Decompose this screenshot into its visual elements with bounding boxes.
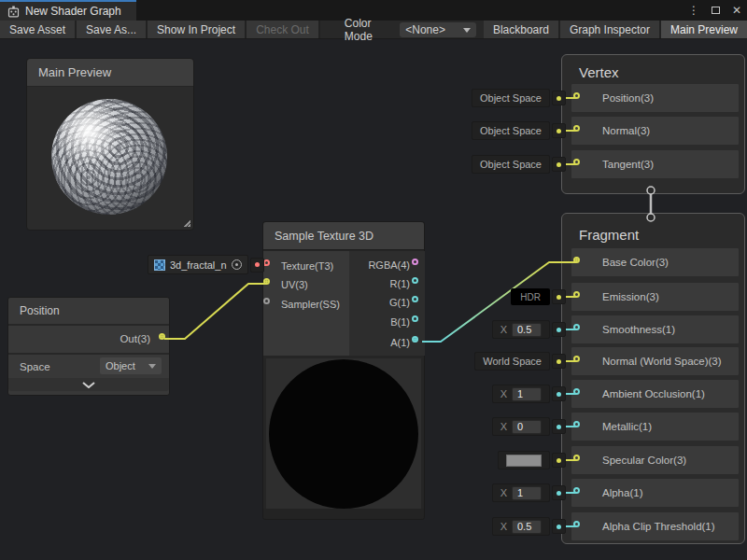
row-label: Emission(3): [602, 291, 659, 302]
save-as-button[interactable]: Save As...: [77, 21, 148, 38]
position-node[interactable]: Position Out(3) Space Object: [7, 297, 170, 396]
row-label: Specular Color(3): [602, 455, 686, 466]
pill-ao-value[interactable]: X1: [492, 385, 566, 403]
main-preview-title: Main Preview: [38, 65, 111, 79]
chevron-down-icon: [82, 382, 95, 388]
port-rgba-output[interactable]: [412, 259, 418, 265]
hdr-badge[interactable]: HDR: [511, 288, 550, 305]
port-a-output[interactable]: [412, 336, 418, 343]
output-r-label: R(1): [349, 278, 410, 289]
port-base-color[interactable]: [573, 257, 580, 263]
resize-grip[interactable]: [183, 219, 190, 227]
vertex-row-tangent[interactable]: Tangent(3): [571, 150, 739, 178]
tab-new-shader-graph[interactable]: New Shader Graph: [0, 0, 136, 21]
value-field[interactable]: 0.5: [512, 323, 542, 337]
port-uv-input[interactable]: [263, 278, 270, 285]
menu-icon[interactable]: ⋮: [688, 5, 699, 16]
value-field[interactable]: 1: [512, 387, 542, 401]
pill-position-space[interactable]: Object Space: [472, 89, 566, 107]
pill-dot: [552, 354, 566, 369]
pill-dot: [552, 289, 566, 304]
main-preview-button[interactable]: Main Preview: [661, 21, 747, 38]
fragment-row-normal-ws[interactable]: Normal (World Space)(3): [571, 347, 739, 375]
object-picker-icon[interactable]: [232, 259, 242, 270]
pill-specular-swatch[interactable]: [498, 451, 566, 469]
fragment-row-alpha[interactable]: Alpha(1): [571, 479, 739, 507]
color-mode-dropdown[interactable]: <None>: [400, 22, 476, 37]
row-label: Base Color(3): [602, 257, 669, 268]
pill-alpha-clip-value[interactable]: X0.5: [492, 517, 566, 536]
main-preview-panel[interactable]: Main Preview: [26, 58, 194, 231]
vertex-row-normal[interactable]: Normal(3): [571, 117, 739, 145]
maximize-icon[interactable]: [712, 7, 720, 14]
space-pill-label[interactable]: Object Space: [472, 89, 550, 107]
save-asset-button[interactable]: Save Asset: [0, 21, 77, 38]
close-icon[interactable]: ✕: [732, 5, 741, 16]
texture-3d-icon: [154, 259, 165, 271]
port-b-output[interactable]: [412, 315, 418, 322]
port-texture-input[interactable]: [263, 259, 270, 266]
port-smoothness[interactable]: [573, 324, 580, 330]
space-dropdown[interactable]: Object: [100, 357, 162, 374]
tab-title: New Shader Graph: [25, 5, 121, 18]
texture-name: 3d_fractal_n: [170, 259, 227, 271]
fragment-row-base-color[interactable]: Base Color(3): [571, 248, 739, 276]
port-vertex-normal[interactable]: [573, 125, 580, 132]
pill-normal-ws-space[interactable]: World Space: [474, 352, 566, 371]
edge-position-to-uv[interactable]: [164, 284, 267, 339]
port-vertex-tangent[interactable]: [573, 159, 580, 165]
graph-inspector-button[interactable]: Graph Inspector: [560, 21, 661, 38]
blackboard-button[interactable]: Blackboard: [484, 21, 560, 38]
value-field[interactable]: 0: [512, 420, 542, 434]
output-rgba-label: RGBA(4): [349, 259, 410, 271]
fragment-row-specular-color[interactable]: Specular Color(3): [571, 446, 739, 474]
port-r-output[interactable]: [412, 277, 418, 284]
row-label: Ambient Occlusion(1): [602, 388, 705, 399]
show-in-project-button[interactable]: Show In Project: [148, 21, 247, 38]
node-preview-collapse-strip[interactable]: [263, 509, 424, 519]
vertex-row-position[interactable]: Position(3): [571, 84, 739, 112]
collapse-button[interactable]: [8, 378, 169, 391]
space-pill-label[interactable]: World Space: [474, 352, 550, 371]
pill-tangent-space[interactable]: Object Space: [472, 155, 566, 174]
fragment-row-alpha-clip[interactable]: Alpha Clip Threshold(1): [571, 512, 739, 540]
fragment-row-metallic[interactable]: Metallic(1): [571, 413, 739, 441]
pill-dot: [552, 157, 566, 172]
output-b-label: B(1): [349, 316, 410, 328]
shader-preview-sphere: [51, 99, 167, 215]
pill-alpha-value[interactable]: X1: [492, 483, 566, 502]
main-preview-header[interactable]: Main Preview: [27, 59, 193, 87]
value-field[interactable]: 0.5: [512, 520, 542, 534]
texture-object-field[interactable]: 3d_fractal_n: [148, 255, 264, 274]
pill-dot: [552, 386, 566, 401]
pill-emission-hdr[interactable]: HDR: [511, 288, 566, 305]
x-label: X: [500, 521, 507, 532]
port-sampler-input[interactable]: [263, 298, 270, 304]
fragment-row-emission[interactable]: Emission(3): [571, 283, 739, 311]
fragment-row-smoothness[interactable]: Smoothness(1): [571, 315, 739, 343]
port-ambient-occlusion[interactable]: [573, 388, 580, 395]
row-label: Normal(3): [602, 125, 650, 136]
sample-texture-3d-node[interactable]: Sample Texture 3D Texture(T3) UV(3) Samp…: [262, 221, 425, 520]
port-position-out[interactable]: [159, 333, 165, 340]
color-swatch[interactable]: [506, 455, 542, 467]
port-specular-color[interactable]: [573, 455, 580, 461]
port-normal-ws[interactable]: [573, 356, 580, 362]
port-g-output[interactable]: [412, 296, 418, 302]
fragment-row-ambient-occlusion[interactable]: Ambient Occlusion(1): [571, 380, 739, 408]
port-emission[interactable]: [573, 291, 580, 298]
port-alpha-clip[interactable]: [573, 521, 580, 527]
port-metallic[interactable]: [573, 421, 580, 427]
check-out-button: Check Out: [247, 21, 320, 38]
pill-normal-space[interactable]: Object Space: [472, 121, 566, 140]
pill-metallic-value[interactable]: X0: [492, 417, 566, 436]
port-vertex-position[interactable]: [573, 92, 580, 99]
space-pill-label[interactable]: Object Space: [472, 121, 550, 140]
x-label: X: [500, 388, 507, 399]
space-pill-label[interactable]: Object Space: [472, 155, 550, 174]
value-field[interactable]: 1: [512, 486, 542, 500]
chevron-down-icon: [463, 28, 471, 33]
port-alpha[interactable]: [573, 487, 580, 494]
row-label: Normal (World Space)(3): [602, 356, 722, 367]
pill-smoothness-value[interactable]: X0.5: [492, 320, 566, 339]
